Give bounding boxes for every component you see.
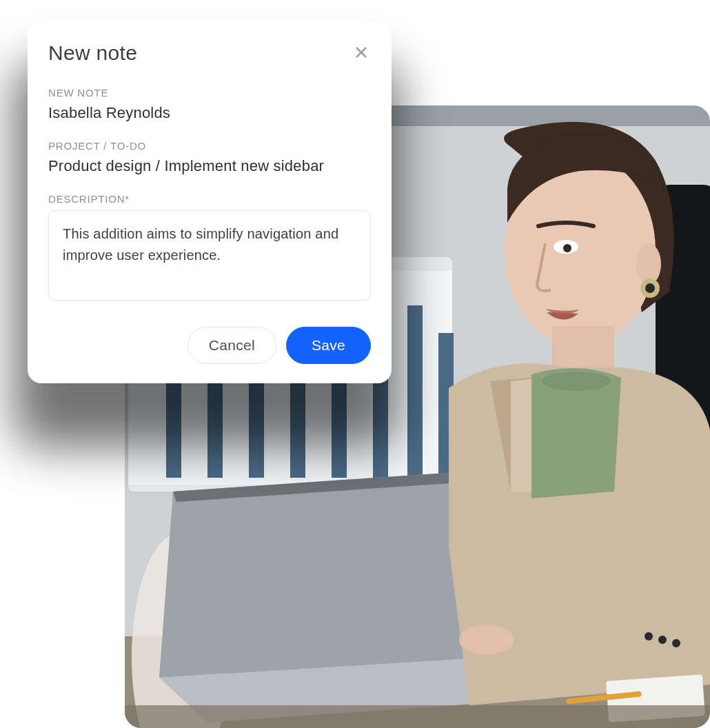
new-note-modal: New note NEW NOTE Isabella Reynolds PROJ… <box>28 21 392 383</box>
field-project-todo: PROJECT / TO-DO Product design / Impleme… <box>48 140 371 175</box>
field-label-description: DESCRIPTION* <box>48 193 371 205</box>
modal-header: New note <box>48 41 371 65</box>
field-label-project: PROJECT / TO-DO <box>48 140 371 152</box>
field-label-new-note: NEW NOTE <box>48 87 371 99</box>
svg-point-25 <box>645 632 653 640</box>
save-button[interactable]: Save <box>286 327 371 364</box>
svg-rect-10 <box>407 305 423 478</box>
close-button[interactable] <box>352 43 371 63</box>
svg-point-19 <box>563 244 571 252</box>
svg-point-23 <box>542 372 611 391</box>
svg-point-22 <box>645 283 655 293</box>
modal-actions: Cancel Save <box>48 327 371 364</box>
svg-point-27 <box>672 639 680 647</box>
field-value-project: Product design / Implement new sidebar <box>48 157 371 175</box>
close-icon <box>354 46 368 61</box>
svg-point-20 <box>636 243 661 285</box>
svg-point-26 <box>658 636 667 644</box>
modal-title: New note <box>48 41 137 65</box>
svg-rect-30 <box>125 705 710 728</box>
svg-point-24 <box>459 625 514 655</box>
field-note-author: NEW NOTE Isabella Reynolds <box>48 87 371 122</box>
field-description: DESCRIPTION* <box>48 193 371 303</box>
description-textarea[interactable] <box>48 210 371 301</box>
cancel-button[interactable]: Cancel <box>187 327 276 364</box>
field-value-author: Isabella Reynolds <box>48 104 371 122</box>
